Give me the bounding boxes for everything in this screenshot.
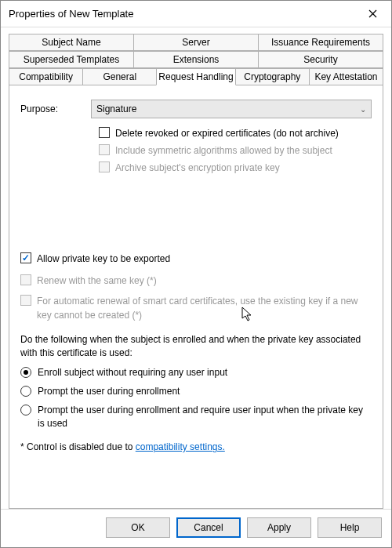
radio-prompt-enroll[interactable] <box>20 386 31 397</box>
radio-no-input-label: Enroll subject without requiring any use… <box>38 366 227 379</box>
tab-general[interactable]: General <box>82 68 157 85</box>
close-button[interactable] <box>357 2 388 26</box>
renew-same-key-checkbox <box>20 274 31 285</box>
allow-export-label: Allow private key to be exported <box>37 252 170 266</box>
tab-security[interactable]: Security <box>258 51 383 68</box>
titlebar: Properties of New Template <box>1 1 391 27</box>
compatibility-settings-link[interactable]: compatibility settings. <box>136 441 225 452</box>
button-bar: OK Cancel Apply Help <box>1 509 391 547</box>
archive-key-checkbox <box>99 161 110 172</box>
apply-button[interactable]: Apply <box>247 517 311 538</box>
tab-server[interactable]: Server <box>133 34 259 51</box>
purpose-label: Purpose: <box>20 103 91 114</box>
allow-export-checkbox[interactable] <box>20 252 31 263</box>
radio-prompt-key-use-label: Prompt the user during enrollment and re… <box>38 404 372 430</box>
ok-button[interactable]: OK <box>106 517 170 538</box>
tab-extensions[interactable]: Extensions <box>133 51 259 68</box>
cancel-button[interactable]: Cancel <box>176 517 241 538</box>
dialog-window: Properties of New Template Subject Name … <box>0 0 392 548</box>
tab-subject-name[interactable]: Subject Name <box>9 34 134 51</box>
footnote: * Control is disabled due to compatibili… <box>20 441 372 452</box>
purpose-value: Signature <box>96 103 136 114</box>
purpose-dropdown[interactable]: Signature ⌄ <box>91 100 372 118</box>
chevron-down-icon: ⌄ <box>360 105 366 114</box>
request-handling-panel: Purpose: Signature ⌄ Delete revoked or e… <box>9 85 383 509</box>
include-symmetric-label: Include symmetric algorithms allowed by … <box>115 143 332 158</box>
radio-prompt-enroll-label: Prompt the user during enrollment <box>38 385 180 398</box>
help-button[interactable]: Help <box>318 517 382 538</box>
delete-revoked-label: Delete revoked or expired certificates (… <box>115 126 339 140</box>
enroll-section-text: Do the following when the subject is enr… <box>20 333 372 360</box>
delete-revoked-checkbox[interactable] <box>99 127 110 138</box>
tab-key-attestation[interactable]: Key Attestation <box>309 68 383 85</box>
tab-strip: Subject Name Server Issuance Requirement… <box>9 34 383 85</box>
renew-same-key-label: Renew with the same key (*) <box>37 274 157 288</box>
tab-compatibility[interactable]: Compatibility <box>9 68 83 85</box>
tab-issuance-requirements[interactable]: Issuance Requirements <box>258 34 383 51</box>
tab-request-handling[interactable]: Request Handling <box>156 68 235 85</box>
window-title: Properties of New Template <box>9 8 357 20</box>
auto-renew-checkbox <box>20 295 31 306</box>
tab-superseded-templates[interactable]: Superseded Templates <box>9 51 134 68</box>
tab-cryptography[interactable]: Cryptography <box>235 68 310 85</box>
close-icon <box>368 9 377 18</box>
archive-key-label: Archive subject's encryption private key <box>115 161 280 175</box>
footnote-text: * Control is disabled due to <box>20 441 136 452</box>
content-area: Subject Name Server Issuance Requirement… <box>1 27 391 509</box>
radio-prompt-key-use[interactable] <box>20 405 31 416</box>
include-symmetric-checkbox <box>99 144 110 155</box>
auto-renew-label: For automatic renewal of smart card cert… <box>37 294 372 322</box>
radio-no-input[interactable] <box>20 367 31 378</box>
